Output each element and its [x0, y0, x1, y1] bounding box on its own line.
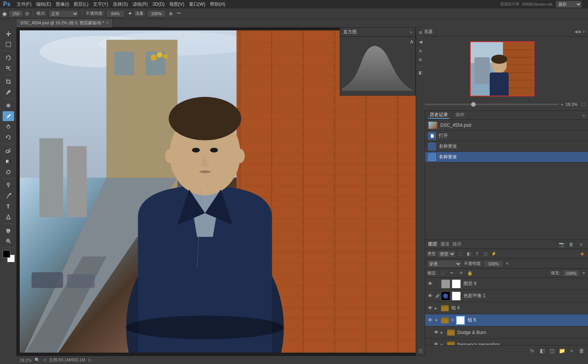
lock-all-btn[interactable]: 🔒	[467, 270, 473, 277]
layer-item-group4[interactable]: 👁 ▶ 组 4	[425, 302, 588, 314]
paths-tab[interactable]: 路径	[452, 241, 462, 247]
mini-hist-btn[interactable]: ◫	[417, 347, 424, 354]
status-arrow-left[interactable]: ◁	[43, 358, 46, 362]
dodge-tool[interactable]	[3, 180, 14, 190]
layers-list[interactable]: 👁 图层 9 👁 🔗 色彩平衡 1 👁 ▶	[425, 278, 588, 345]
layer-fx-btn[interactable]: fx	[528, 347, 536, 355]
layers-panel-menu-icon[interactable]: ≡	[577, 241, 585, 248]
layer-photo-icon[interactable]: 📷	[558, 241, 565, 248]
layer-item-freq[interactable]: 👁 ▶ frequency separation	[425, 339, 588, 345]
opacity-input[interactable]: 84%	[106, 10, 125, 17]
flow-input[interactable]: 100%	[147, 10, 166, 17]
filter-type-select[interactable]: 类型	[437, 251, 456, 257]
navigator-menu-icon[interactable]: ≡	[583, 29, 585, 34]
brush-tool[interactable]	[3, 111, 14, 121]
mode-select[interactable]: 正常	[48, 10, 79, 17]
filter-smart-icon[interactable]: ⚡	[490, 251, 497, 257]
history-menu-icon[interactable]: ≡	[583, 113, 585, 118]
navigator-thumbnail[interactable]	[470, 41, 534, 96]
layer-item-9[interactable]: 👁 图层 9	[425, 278, 588, 290]
history-item-3[interactable]: 名称更改	[425, 152, 588, 162]
menu-text[interactable]: 文字(Y)	[93, 1, 108, 8]
eyedropper-tool[interactable]	[3, 87, 14, 97]
channels-tab[interactable]: 通道	[440, 241, 449, 247]
layer-new-btn[interactable]: +	[568, 347, 576, 355]
layer-db-expand[interactable]: ▶	[441, 331, 446, 334]
histogram-expand-icon[interactable]: ≡	[410, 30, 412, 35]
brush-size-input[interactable]: 250	[8, 10, 24, 17]
smoothing-icon[interactable]: 〜	[177, 10, 181, 17]
lock-position-btn[interactable]: ✛	[457, 270, 464, 277]
filter-toggle[interactable]: ◉	[579, 251, 586, 257]
layers-tab[interactable]: 图层	[428, 241, 437, 247]
navigator-expand-arrows[interactable]: ⬚	[581, 102, 585, 107]
lock-transparent-btn[interactable]: ⬚	[439, 270, 446, 277]
menu-edit[interactable]: 编辑(E)	[36, 1, 51, 8]
pen-tool[interactable]	[3, 191, 14, 201]
clone-stamp-tool[interactable]	[3, 122, 14, 132]
layer-db-visibility[interactable]: 👁	[433, 329, 440, 336]
layer-mask-btn[interactable]: ◧	[538, 347, 546, 355]
zoom-tool[interactable]	[3, 236, 14, 246]
lasso-tool[interactable]	[3, 53, 14, 63]
layer-9-visibility[interactable]: 👁	[427, 280, 434, 287]
layer-item-dodge[interactable]: 👁 ▶ Dodge & Burn	[425, 326, 588, 339]
fill-dropdown-icon[interactable]: ▼	[582, 271, 586, 275]
navigator-expand-icon[interactable]: ◀◀	[574, 29, 580, 34]
color-swatches[interactable]	[3, 250, 14, 262]
hand-tool[interactable]	[3, 225, 14, 235]
blur-tool[interactable]	[3, 167, 14, 177]
layer-cb-visibility[interactable]: 👁	[427, 293, 434, 299]
layer-g5-visibility[interactable]: 👁	[427, 317, 434, 324]
layer-trash-icon[interactable]: 🗑	[568, 241, 575, 248]
quick-select-tool[interactable]	[3, 63, 14, 73]
opacity-value-input[interactable]: 100%	[484, 260, 503, 267]
history-item-0[interactable]: DSC_4554.psd	[425, 120, 588, 131]
text-tool[interactable]: T	[3, 202, 14, 211]
foreground-color[interactable]	[3, 250, 10, 258]
eraser-tool[interactable]	[3, 146, 14, 156]
menu-select[interactable]: 选择(S)	[113, 1, 128, 8]
path-select-tool[interactable]	[3, 212, 14, 222]
layer-g4-visibility[interactable]: 👁	[427, 305, 434, 312]
healing-brush-tool[interactable]	[3, 101, 14, 110]
menu-help[interactable]: 帮助(H)	[210, 1, 225, 8]
crop-tool[interactable]	[3, 77, 14, 87]
layer-delete-btn[interactable]: 🗑	[577, 347, 586, 355]
history-item-2[interactable]: 名称更改	[425, 141, 588, 152]
layer-fs-visibility[interactable]: 👁	[433, 341, 440, 345]
layer-item-group5[interactable]: 👁 ▼ 0 组 5	[425, 314, 588, 326]
navigator-zoom-handle[interactable]	[471, 102, 476, 107]
brush-picker-icon[interactable]: ◉	[2, 11, 7, 17]
filter-adj-icon[interactable]: ◧	[465, 251, 472, 257]
filter-pixel-icon[interactable]: ⬚	[457, 251, 464, 257]
mini-settings-btn[interactable]: ⚙	[417, 29, 424, 36]
actions-tab[interactable]: 动作	[454, 112, 466, 118]
filter-text-icon[interactable]: T	[474, 251, 481, 257]
menu-3d[interactable]: 3D(D)	[153, 2, 165, 7]
layer-group-btn[interactable]: 📁	[558, 347, 566, 355]
airbrush-icon[interactable]: ✦	[128, 11, 132, 16]
opacity-dropdown-icon[interactable]: ▼	[505, 262, 509, 266]
navigator-zoom-slider[interactable]	[424, 104, 558, 105]
pressure-icon[interactable]: ⊛	[169, 11, 173, 16]
gradient-tool[interactable]	[3, 156, 14, 166]
navigator-zoom-in-icon[interactable]: +	[561, 102, 563, 107]
layer-item-colorbalance[interactable]: 👁 🔗 色彩平衡 1	[425, 290, 588, 302]
mini-adj-btn[interactable]: ◧	[417, 69, 424, 76]
status-arrow-right[interactable]: ▷	[88, 358, 91, 362]
menu-view[interactable]: 视图(V)	[169, 1, 184, 8]
tab-close-button[interactable]: ×	[106, 21, 109, 25]
workspace-select[interactable]: 摄影	[555, 0, 582, 8]
mini-collapse-btn[interactable]: ◀	[417, 38, 424, 46]
menu-image[interactable]: 图像(I)	[56, 1, 69, 8]
mini-eye-btn[interactable]: 👁	[417, 56, 424, 64]
layer-adjustment-btn[interactable]: ◫	[548, 347, 556, 355]
history-item-1[interactable]: 📄 打开	[425, 131, 588, 141]
move-tool[interactable]	[3, 29, 14, 39]
layer-g4-expand[interactable]: ▶	[435, 306, 440, 310]
mini-text-btn[interactable]: A	[417, 47, 424, 55]
marquee-tool[interactable]	[3, 39, 14, 49]
history-tab[interactable]: 历史记录	[428, 112, 449, 119]
document-tab[interactable]: DSC_4554.psd @ 19.2% (组 5, 图层蒙版/8) * ×	[17, 19, 113, 27]
